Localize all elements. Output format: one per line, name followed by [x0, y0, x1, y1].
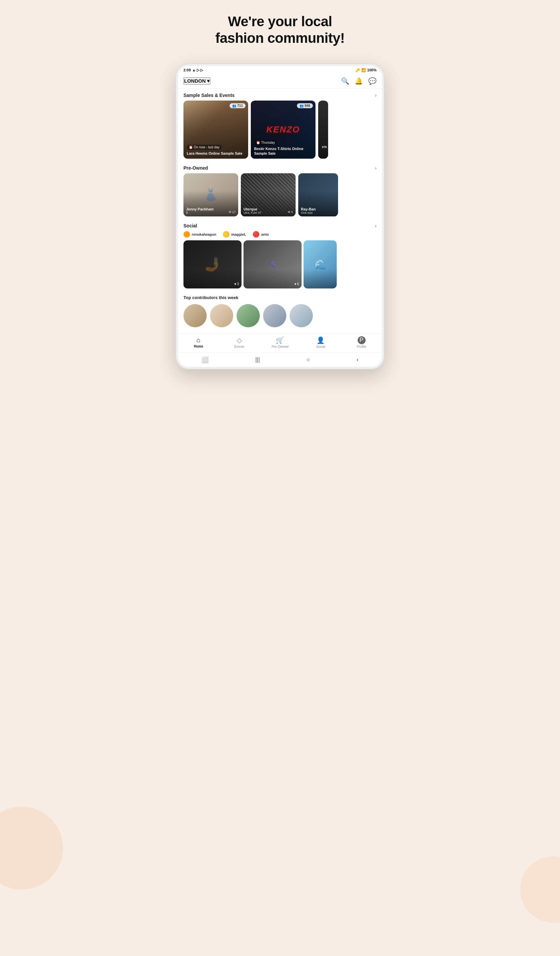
dress-icon: 👗 [203, 188, 218, 202]
contributors-row [184, 304, 376, 327]
eye-icon-uterque: 👁 [288, 211, 290, 214]
event-card-partial[interactable]: 375 [318, 101, 328, 159]
home-icon: ⌂ [196, 336, 200, 344]
chat-icon[interactable]: 💬 [368, 77, 376, 85]
social-label: Social [316, 345, 325, 349]
back-system-icon[interactable]: ‹ [357, 356, 359, 363]
like-badge-1: ♥ 3 [235, 282, 239, 286]
event-card-lara[interactable]: 👥 711 ⏰ On now - last day Lara Heems Onl… [184, 101, 248, 159]
pre-owned-section: Pre-Owned › 👗 Jenny Packham 8 👁 [178, 161, 382, 216]
pre-owned-header: Pre-Owned › [178, 161, 382, 173]
sample-sales-title: Sample Sales & Events [184, 93, 235, 98]
system-nav: ⬜ ||| ○ ‹ [178, 352, 382, 367]
pre-owned-arrow[interactable]: › [375, 165, 376, 171]
battery-icon: 🔑 [355, 68, 360, 72]
preowned-name-jenny: Jenny Packham [186, 207, 235, 211]
nav-events[interactable]: ◇ Events [229, 336, 249, 349]
social-title: Social [184, 223, 197, 228]
event-card-bottom-kenzo: ⏰ Thursday Bestir Kenzo T-Shirts Online … [251, 137, 315, 159]
event-card-bottom-lara: ⏰ On now - last day Lara Heems Online Sa… [184, 141, 248, 158]
username-anto: anto [261, 232, 269, 236]
attendee-badge-lara: 👥 711 [230, 103, 246, 108]
avatar-renu: 🟠 [184, 231, 190, 237]
social-user-maggie[interactable]: 🟡 maggieL [223, 231, 246, 237]
device-frame: 2:09 ▲ ▷ ▷ 🔑 📶 100% LONDON ▾ 🔍 🔔 💬 [176, 63, 384, 370]
username-maggie: maggieL [231, 232, 246, 236]
event-card-kenzo[interactable]: KENZO 👥 946 ⏰ Thursday Bestir Kenzo T-Sh… [251, 101, 315, 159]
bottom-nav: ⌂ Home ◇ Events 🛒 Pre-Owned 👤 Social P P… [178, 333, 382, 352]
contributor-2[interactable] [210, 304, 233, 327]
multitask-icon[interactable]: ||| [255, 356, 260, 363]
preowned-name-uterque: Uterque [243, 207, 293, 211]
clock-icon-kenzo: ⏰ [256, 141, 260, 145]
contributor-3[interactable] [237, 304, 260, 327]
contributor-1[interactable] [184, 304, 207, 327]
profile-icon: P [358, 336, 365, 344]
home-system-icon[interactable]: ○ [306, 356, 310, 363]
status-bar: 2:09 ▲ ▷ ▷ 🔑 📶 100% [178, 66, 382, 74]
preowned-meta-rayban: One size [301, 211, 336, 214]
preowned-card-jenny[interactable]: 👗 Jenny Packham 8 👁 17 [184, 173, 238, 216]
contributor-4[interactable] [263, 304, 286, 327]
events-scroll[interactable]: 👥 711 ⏰ On now - last day Lara Heems Onl… [178, 101, 382, 159]
contributors-section: Top contributors this week [178, 291, 382, 330]
preowned-meta-uterque: UK4, FUH 37 [243, 211, 293, 214]
top-nav-icons: 🔍 🔔 💬 [341, 77, 376, 85]
avatar-anto: 🔴 [253, 231, 259, 237]
notification-icon[interactable]: 🔔 [355, 77, 363, 85]
top-nav: LONDON ▾ 🔍 🔔 💬 [178, 74, 382, 89]
like-badge-2: ♥ 6 [295, 282, 299, 286]
clock-icon: ⏰ [189, 145, 193, 149]
social-arrow[interactable]: › [375, 223, 376, 228]
location-button[interactable]: LONDON ▾ [184, 77, 210, 85]
preowned-card-uterque[interactable]: Uterque UK4, FUH 37 👁 5 [241, 173, 296, 216]
profile-label: Profile [357, 345, 366, 349]
nav-preowned[interactable]: 🛒 Pre-Owned [270, 336, 290, 349]
status-icons: ▲ ▷ ▷ [192, 68, 203, 72]
sample-sales-section: Sample Sales & Events › 👥 711 ⏰ [178, 89, 382, 159]
page-headline: We're your local fashion community! [215, 13, 345, 47]
search-icon[interactable]: 🔍 [341, 77, 349, 85]
event-timing-lara: ⏰ On now - last day [187, 145, 221, 150]
events-label: Events [234, 345, 245, 349]
social-user-renu[interactable]: 🟠 renukalwagun [184, 231, 216, 237]
views-badge-uterque: 👁 5 [288, 211, 293, 214]
views-badge-jenny: 👁 17 [229, 211, 235, 214]
nav-social[interactable]: 👤 Social [311, 336, 331, 349]
preowned-icon: 🛒 [276, 336, 284, 344]
kenzo-text: KENZO [267, 124, 300, 135]
heart-icon-2: ♥ [295, 282, 296, 286]
screenshot-icon[interactable]: ⬜ [201, 356, 209, 363]
preowned-scroll[interactable]: 👗 Jenny Packham 8 👁 17 [178, 173, 382, 216]
nav-home[interactable]: ⌂ Home [188, 336, 209, 348]
social-card-1[interactable]: 🤳 ♥ 3 [184, 241, 242, 288]
social-card-2-img: 🌂 [243, 241, 301, 288]
social-section: Social › 🟠 renukalwagun 🟡 maggieL 🔴 anto [178, 219, 382, 288]
status-bar-right: 🔑 📶 100% [355, 68, 376, 72]
preowned-card-rayban[interactable]: Ray-Ban One size [298, 173, 338, 216]
preowned-info-rayban: Ray-Ban One size [298, 205, 338, 216]
social-user-anto[interactable]: 🔴 anto [253, 231, 269, 237]
social-card-3-img: 🌊 [304, 241, 337, 288]
preowned-meta-jenny: 8 [186, 211, 235, 214]
people-icon: 👥 [232, 104, 236, 108]
social-cards-scroll[interactable]: 🤳 ♥ 3 🌂 ♥ 6 [178, 241, 382, 288]
pre-owned-title: Pre-Owned [184, 165, 208, 171]
home-label: Home [194, 344, 203, 348]
wifi-icon: 📶 [361, 68, 366, 72]
status-bar-left: 2:09 ▲ ▷ ▷ [184, 68, 203, 72]
nav-profile[interactable]: P Profile [352, 336, 372, 349]
social-nav-icon: 👤 [317, 336, 325, 344]
eye-icon: 👁 [229, 211, 232, 214]
username-renu: renukalwagun [192, 232, 216, 236]
social-card-3[interactable]: 🌊 [304, 241, 337, 288]
contributor-5[interactable] [290, 304, 313, 327]
sample-sales-arrow[interactable]: › [375, 93, 376, 98]
attendee-badge-kenzo: 👥 946 [297, 103, 313, 108]
status-time: 2:09 [184, 68, 191, 72]
social-header: Social › [178, 219, 382, 231]
chevron-down-icon: ▾ [207, 78, 210, 84]
social-card-2[interactable]: 🌂 ♥ 6 [243, 241, 301, 288]
event-name-lara: Lara Heems Online Sample Sale [187, 151, 245, 156]
sample-sales-header: Sample Sales & Events › [178, 89, 382, 101]
